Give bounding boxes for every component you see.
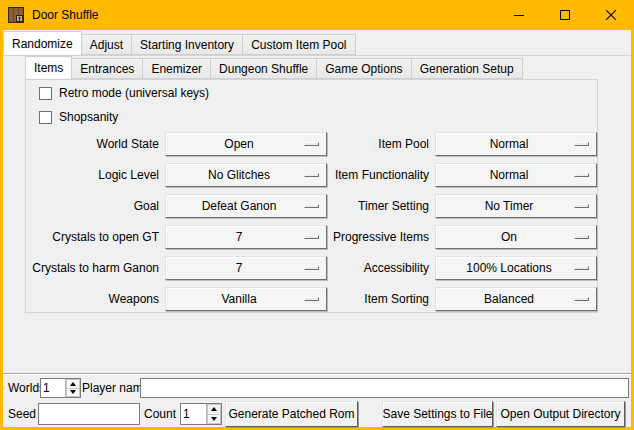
timer-setting-dropdown[interactable]: No Timer xyxy=(435,194,597,218)
item-pool-label: Item Pool xyxy=(333,137,429,151)
tab-label: Starting Inventory xyxy=(140,38,234,52)
item-functionality-label: Item Functionality xyxy=(333,168,429,182)
raised-bar-icon xyxy=(304,297,319,301)
tab-label: Items xyxy=(34,61,63,75)
item-sorting-label: Item Sorting xyxy=(333,292,429,306)
close-button[interactable] xyxy=(588,0,634,30)
raised-bar-icon xyxy=(574,204,589,208)
tab-label: Enemizer xyxy=(151,62,202,76)
weapons-dropdown[interactable]: Vanilla xyxy=(165,287,327,311)
world-state-label: World State xyxy=(31,137,159,151)
logic-level-dropdown[interactable]: No Glitches xyxy=(165,163,327,187)
raised-bar-icon xyxy=(304,266,319,270)
worlds-spinbox[interactable]: 1 xyxy=(40,378,81,398)
tab-items[interactable]: Items xyxy=(25,56,72,80)
timer-setting-label: Timer Setting xyxy=(333,199,429,213)
item-pool-dropdown[interactable]: Normal xyxy=(435,132,597,156)
maximize-button[interactable] xyxy=(542,0,588,30)
window-body: Randomize Adjust Starting Inventory Cust… xyxy=(3,30,631,427)
worlds-down-button[interactable] xyxy=(66,389,80,398)
up-arrow-icon xyxy=(211,407,217,411)
item-functionality-dropdown[interactable]: Normal xyxy=(435,163,597,187)
seed-input[interactable] xyxy=(38,403,140,425)
progressive-items-label: Progressive Items xyxy=(333,230,429,244)
tab-label: Generation Setup xyxy=(420,62,514,76)
tab-adjust[interactable]: Adjust xyxy=(81,34,132,55)
dropdown-value: No Timer xyxy=(485,199,548,213)
worlds-value[interactable]: 1 xyxy=(41,379,65,397)
raised-bar-icon xyxy=(304,142,319,146)
tab-label: Custom Item Pool xyxy=(251,38,346,52)
save-settings-button[interactable]: Save Settings to File xyxy=(382,401,493,427)
tab-randomize[interactable]: Randomize xyxy=(3,31,82,56)
weapons-label: Weapons xyxy=(31,292,159,306)
dropdown-value: No Glitches xyxy=(208,168,284,182)
crystals-open-gt-dropdown[interactable]: 7 xyxy=(165,225,327,249)
player-names-input[interactable] xyxy=(140,378,629,398)
minimize-button[interactable] xyxy=(496,0,542,30)
titlebar: Door Shuffle xyxy=(0,0,634,30)
open-output-directory-button[interactable]: Open Output Directory xyxy=(496,401,625,427)
dropdown-value: Normal xyxy=(490,168,543,182)
caption-buttons xyxy=(496,0,634,30)
dropdown-value: 7 xyxy=(236,230,257,244)
count-up-button[interactable] xyxy=(207,404,221,415)
raised-bar-icon xyxy=(574,142,589,146)
down-arrow-icon xyxy=(70,390,76,394)
dropdown-value: Normal xyxy=(490,137,543,151)
tab-generation-setup[interactable]: Generation Setup xyxy=(411,58,523,79)
tab-label: Dungeon Shuffle xyxy=(219,62,308,76)
retro-mode-label: Retro mode (universal keys) xyxy=(59,86,209,100)
worlds-spinner-arrows xyxy=(65,379,80,397)
crystals-open-gt-label: Crystals to open GT xyxy=(31,230,159,244)
tab-custom-item-pool[interactable]: Custom Item Pool xyxy=(242,34,355,55)
tab-enemizer[interactable]: Enemizer xyxy=(142,58,211,79)
retro-mode-checkbox[interactable] xyxy=(39,87,52,100)
primary-tab-bar: Randomize Adjust Starting Inventory Cust… xyxy=(3,31,356,55)
crystals-harm-ganon-dropdown[interactable]: 7 xyxy=(165,256,327,280)
shopsanity-checkbox-row: Shopsanity xyxy=(39,110,118,124)
accessibility-dropdown[interactable]: 100% Locations xyxy=(435,256,597,280)
progressive-items-dropdown[interactable]: On xyxy=(435,225,597,249)
raised-bar-icon xyxy=(304,173,319,177)
tab-dungeon-shuffle[interactable]: Dungeon Shuffle xyxy=(210,58,317,79)
tab-label: Adjust xyxy=(90,38,123,52)
dropdown-value: Open xyxy=(224,137,267,151)
option-fields-grid: World State Open Item Pool Normal Logic … xyxy=(31,132,597,311)
goal-label: Goal xyxy=(31,199,159,213)
generate-patched-rom-button[interactable]: Generate Patched Rom xyxy=(225,401,358,427)
worlds-up-button[interactable] xyxy=(66,379,80,389)
tab-starting-inventory[interactable]: Starting Inventory xyxy=(131,34,243,55)
count-spinbox[interactable]: 1 xyxy=(180,403,222,425)
tab-label: Entrances xyxy=(80,62,134,76)
raised-bar-icon xyxy=(574,173,589,177)
raised-bar-icon xyxy=(574,266,589,270)
footer-separator xyxy=(3,373,631,375)
door-shuffle-window: Door Shuffle Randomize xyxy=(0,0,634,430)
dropdown-value: Vanilla xyxy=(221,292,270,306)
down-arrow-icon xyxy=(211,417,217,421)
door-icon xyxy=(8,7,24,23)
dropdown-value: 7 xyxy=(236,261,257,275)
shopsanity-checkbox[interactable] xyxy=(39,111,52,124)
tab-game-options[interactable]: Game Options xyxy=(316,58,411,79)
count-value[interactable]: 1 xyxy=(181,404,206,424)
tab-entrances[interactable]: Entrances xyxy=(71,58,143,79)
world-state-dropdown[interactable]: Open xyxy=(165,132,327,156)
tab-label: Randomize xyxy=(12,37,73,51)
close-icon xyxy=(606,10,616,20)
logic-level-label: Logic Level xyxy=(31,168,159,182)
item-sorting-dropdown[interactable]: Balanced xyxy=(435,287,597,311)
items-panel: Retro mode (universal keys) Shopsanity W… xyxy=(25,79,598,313)
count-spinner-arrows xyxy=(206,404,221,424)
count-label: Count xyxy=(144,403,176,425)
dropdown-value: 100% Locations xyxy=(466,261,565,275)
goal-dropdown[interactable]: Defeat Ganon xyxy=(165,194,327,218)
up-arrow-icon xyxy=(70,382,76,386)
minimize-icon xyxy=(514,10,524,20)
raised-bar-icon xyxy=(304,235,319,239)
dropdown-value: Defeat Ganon xyxy=(202,199,291,213)
raised-bar-icon xyxy=(574,235,589,239)
count-down-button[interactable] xyxy=(207,415,221,425)
crystals-harm-ganon-label: Crystals to harm Ganon xyxy=(31,261,159,275)
